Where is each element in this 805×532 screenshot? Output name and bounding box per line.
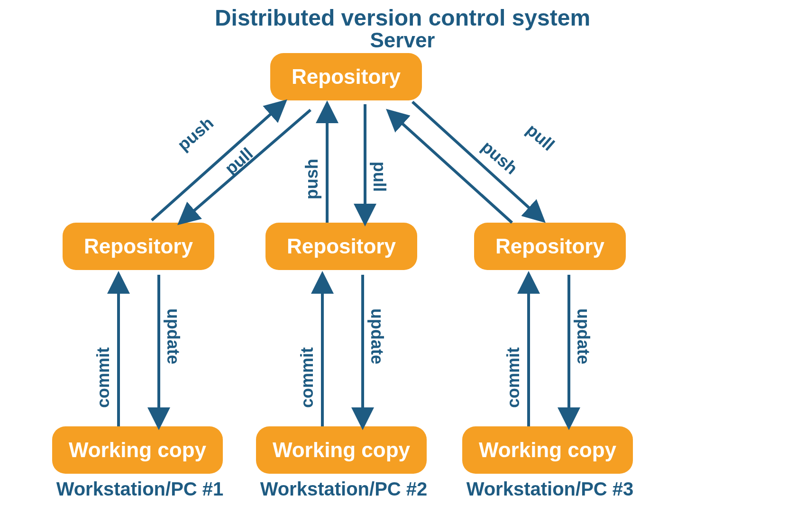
wc-3-text: Working copy	[479, 438, 616, 462]
diagram-stage: Distributed version control system Serve…	[0, 0, 805, 532]
diagram-title: Distributed version control system	[0, 5, 805, 31]
label-wc3-commit: commit	[503, 347, 523, 408]
arrow-repo1-push	[152, 102, 284, 220]
label-repo1-pull: pull	[221, 144, 257, 179]
repo-2-node: Repository	[265, 223, 417, 270]
label-repo2-push: push	[302, 159, 322, 199]
label-repo3-pull: pull	[522, 120, 558, 155]
label-wc2-update: update	[367, 308, 387, 364]
ws-2-caption: Workstation/PC #2	[251, 478, 436, 500]
repo-3-node: Repository	[474, 223, 626, 270]
label-wc1-update: update	[163, 308, 183, 364]
ws-1-caption: Workstation/PC #1	[47, 478, 232, 500]
arrow-repo3-pull	[412, 102, 543, 220]
repo-1-text: Repository	[84, 234, 193, 258]
label-repo3-push: push	[477, 137, 521, 179]
server-repository-text: Repository	[292, 65, 401, 89]
repo-3-text: Repository	[495, 234, 604, 258]
label-wc2-commit: commit	[297, 347, 317, 408]
wc-3-node: Working copy	[462, 426, 633, 474]
ws-3-caption: Workstation/PC #3	[457, 478, 642, 500]
arrow-repo3-push	[389, 111, 512, 223]
label-wc3-update: update	[573, 308, 593, 364]
server-label: Server	[0, 28, 805, 52]
wc-2-node: Working copy	[256, 426, 427, 474]
repo-2-text: Repository	[287, 234, 396, 258]
wc-1-text: Working copy	[69, 438, 206, 462]
wc-1-node: Working copy	[52, 426, 223, 474]
wc-2-text: Working copy	[273, 438, 410, 462]
repo-1-node: Repository	[63, 223, 214, 270]
label-wc1-commit: commit	[93, 347, 113, 408]
server-repository-node: Repository	[270, 53, 422, 100]
label-repo1-push: push	[174, 113, 217, 155]
label-repo2-pull: pull	[369, 162, 389, 192]
